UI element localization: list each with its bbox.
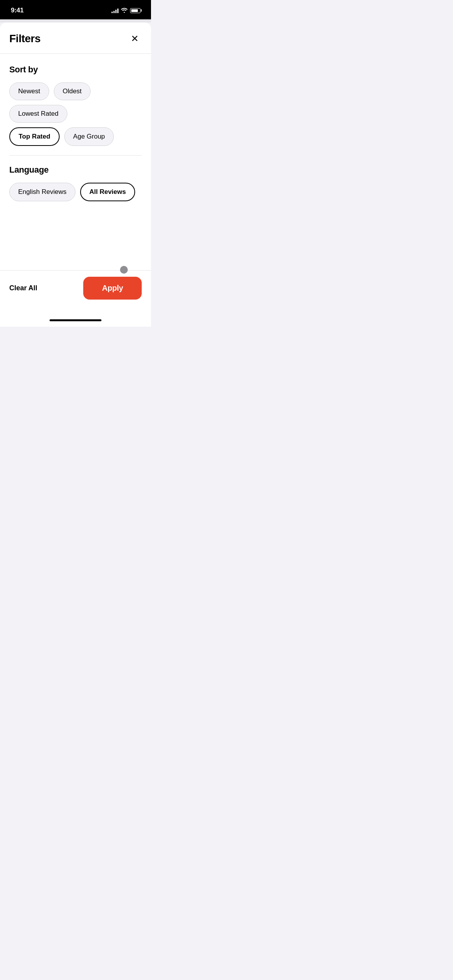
home-indicator: [0, 314, 151, 327]
sort-chip-oldest[interactable]: Oldest: [54, 82, 91, 100]
sort-by-heading: Sort by: [9, 65, 142, 75]
close-icon: ✕: [131, 34, 139, 43]
home-bar: [50, 319, 101, 321]
clear-all-button[interactable]: Clear All: [9, 279, 37, 297]
sort-chip-age-group[interactable]: Age Group: [64, 127, 114, 146]
sort-chips-row-1: Newest Oldest Lowest Rated: [9, 82, 142, 123]
status-bar: 9:41: [0, 0, 151, 19]
modal-content: Sort by Newest Oldest Lowest Rated Top R…: [0, 54, 151, 270]
status-time: 9:41: [11, 7, 24, 14]
close-button[interactable]: ✕: [128, 32, 142, 46]
language-heading: Language: [9, 165, 142, 175]
sort-chip-lowest-rated[interactable]: Lowest Rated: [9, 105, 67, 123]
wifi-icon: [121, 7, 128, 14]
modal-header: Filters ✕: [0, 22, 151, 54]
section-divider: [9, 155, 142, 156]
language-chip-all[interactable]: All Reviews: [80, 183, 136, 201]
signal-icon: [112, 8, 118, 13]
status-icons: [112, 7, 142, 14]
sort-chips-row-2: Top Rated Age Group: [9, 127, 142, 146]
battery-icon: [130, 8, 142, 13]
sort-chip-newest[interactable]: Newest: [9, 82, 49, 100]
modal-footer: Clear All Apply: [0, 270, 151, 314]
apply-button[interactable]: Apply: [83, 277, 142, 300]
sort-chip-top-rated[interactable]: Top Rated: [9, 127, 60, 146]
scroll-indicator: [120, 266, 128, 274]
modal-title: Filters: [9, 33, 41, 45]
peek-bar: [0, 19, 151, 22]
filter-modal: Filters ✕ Sort by Newest Oldest Lowest R…: [0, 22, 151, 314]
language-chips-row: English Reviews All Reviews: [9, 183, 142, 201]
language-chip-english[interactable]: English Reviews: [9, 183, 76, 201]
